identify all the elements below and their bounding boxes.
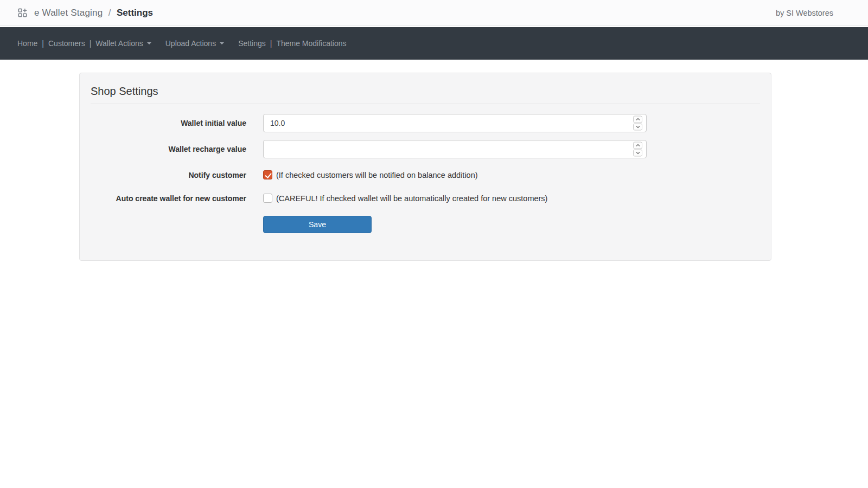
notify-customer-row: Notify customer (If checked customers wi…: [91, 169, 760, 181]
app-breadcrumb-group: e Wallet Staging / Settings: [18, 8, 153, 18]
apps-grid-icon: [18, 8, 27, 17]
caret-down-icon: [220, 42, 224, 44]
notify-customer-hint: (If checked customers will be notified o…: [276, 170, 478, 181]
vendor-byline: by SI Webstores: [776, 9, 833, 17]
page-title: Settings: [117, 8, 153, 18]
nav-separator: |: [90, 39, 92, 48]
nav-item-wallet-actions-label: Wallet Actions: [95, 39, 143, 48]
wallet-recharge-value-input[interactable]: [263, 140, 647, 158]
nav-item-upload-actions-label: Upload Actions: [165, 39, 216, 48]
notify-customer-label: Notify customer: [188, 169, 246, 180]
save-row: Save: [91, 216, 760, 233]
nav-item-settings[interactable]: Settings: [238, 39, 266, 48]
auto-create-wallet-label: Auto create wallet for new customer: [116, 192, 246, 203]
app-header: e Wallet Staging / Settings by SI Websto…: [0, 0, 868, 26]
caret-down-icon: [147, 42, 151, 44]
auto-create-wallet-checkbox[interactable]: [263, 194, 272, 203]
shop-settings-panel: Shop Settings Wallet initial value: [79, 73, 771, 261]
nav-item-upload-actions[interactable]: Upload Actions: [165, 39, 224, 48]
nav-separator: |: [42, 39, 44, 48]
spinner-down-button[interactable]: [633, 150, 642, 157]
breadcrumb-app-name[interactable]: e Wallet Staging: [34, 8, 103, 18]
nav-item-home[interactable]: Home: [17, 39, 37, 48]
save-button[interactable]: Save: [263, 216, 372, 233]
auto-create-wallet-row: Auto create wallet for new customer (CAR…: [91, 192, 760, 204]
wallet-recharge-value-label: Wallet recharge value: [169, 140, 246, 154]
panel-title: Shop Settings: [91, 85, 760, 104]
spinner-up-button[interactable]: [633, 142, 642, 149]
wallet-initial-value-label: Wallet initial value: [181, 114, 246, 128]
nav-item-theme-modifications[interactable]: Theme Modifications: [276, 39, 346, 48]
wallet-recharge-value-row: Wallet recharge value: [91, 140, 760, 158]
nav-item-customers[interactable]: Customers: [48, 39, 85, 48]
breadcrumb-separator: /: [108, 8, 111, 18]
nav-separator: |: [270, 39, 272, 48]
breadcrumb: e Wallet Staging / Settings: [34, 8, 153, 18]
number-spinner: [633, 116, 642, 131]
nav-item-wallet-actions[interactable]: Wallet Actions: [95, 39, 151, 48]
auto-create-wallet-hint: (CAREFUL! If checked wallet will be auto…: [276, 193, 547, 204]
spinner-down-button[interactable]: [633, 124, 642, 131]
main-navbar: Home | Customers | Wallet Actions Upload…: [0, 27, 868, 60]
notify-customer-checkbox[interactable]: [263, 170, 272, 179]
spinner-up-button[interactable]: [633, 116, 642, 123]
wallet-initial-value-row: Wallet initial value: [91, 114, 760, 132]
wallet-initial-value-input[interactable]: [263, 114, 647, 132]
number-spinner: [633, 142, 642, 157]
